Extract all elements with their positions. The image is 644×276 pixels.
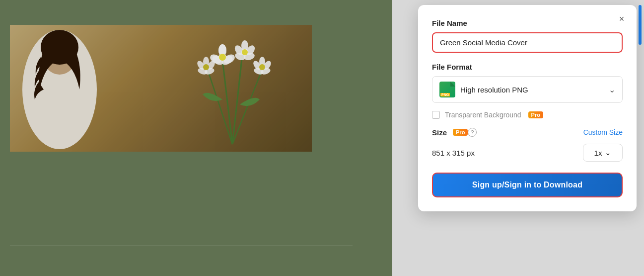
scroll-indicator (639, 5, 642, 45)
download-modal: × File Name File Format PNG High resolut… (418, 5, 637, 211)
format-label: High resolution PNG (460, 86, 609, 94)
transparent-bg-checkbox[interactable] (432, 111, 440, 119)
transparent-bg-label: Transparent Background (445, 111, 521, 119)
download-button[interactable]: Sign up/Sign in to Download (432, 173, 623, 197)
chevron-down-icon: ⌄ (609, 85, 615, 94)
png-icon: PNG (439, 82, 455, 97)
file-name-label: File Name (432, 19, 623, 27)
transparent-pro-badge: Pro (528, 111, 543, 118)
transparent-bg-row: Transparent Background Pro (432, 111, 623, 119)
close-button[interactable]: × (616, 13, 628, 25)
download-button-label: Sign up/Sign in to Download (472, 181, 582, 189)
size-row: Size Pro ? Custom Size (432, 128, 623, 137)
file-format-label: File Format (432, 63, 623, 71)
size-dimensions: 851 x 315 px (432, 149, 578, 157)
custom-size-link[interactable]: Custom Size (583, 128, 623, 136)
file-name-input[interactable] (432, 32, 623, 53)
file-format-dropdown[interactable]: PNG High resolution PNG ⌄ (432, 76, 623, 103)
multiplier-value: 1x (594, 149, 602, 157)
size-pro-badge: Pro (453, 129, 468, 136)
close-icon: × (619, 14, 625, 24)
size-value-row: 851 x 315 px 1x ⌄ (432, 144, 623, 162)
multiplier-chevron-icon: ⌄ (605, 148, 611, 157)
multiplier-dropdown[interactable]: 1x ⌄ (583, 144, 623, 162)
size-label: Size (432, 128, 447, 137)
size-help-icon[interactable]: ? (468, 128, 477, 137)
